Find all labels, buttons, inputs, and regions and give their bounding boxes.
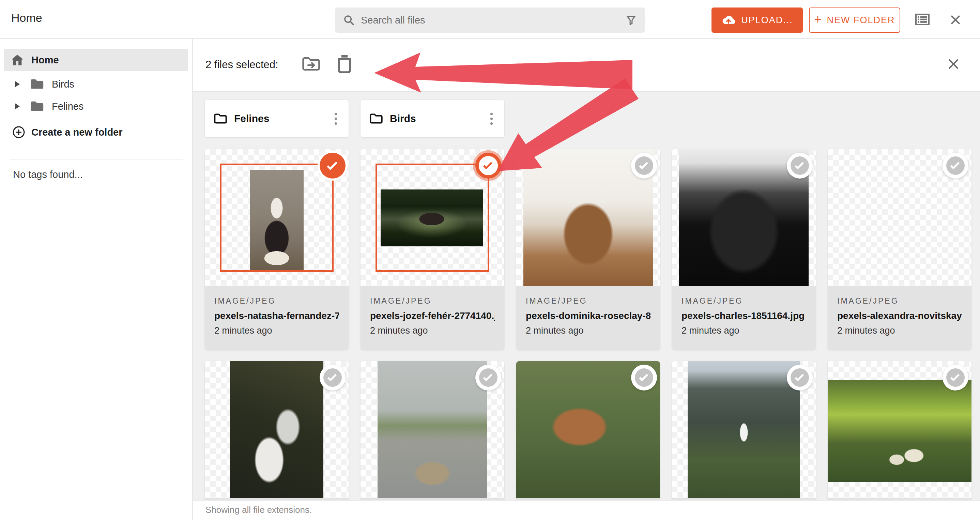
top-bar: Home UPLOAD... + NEW FOLDER [0, 0, 980, 39]
folder-card-name: Felines [234, 113, 269, 124]
sidebar-home-label: Home [31, 54, 59, 66]
file-card[interactable] [672, 361, 816, 500]
file-card[interactable] [205, 361, 348, 500]
file-thumbnail [672, 149, 816, 286]
photo-lambs [828, 380, 972, 482]
media-library-window: Home UPLOAD... + NEW FOLDER [0, 0, 980, 520]
folder-card-felines[interactable]: Felines [205, 100, 348, 137]
close-window-icon[interactable] [949, 14, 962, 27]
search-input[interactable] [361, 15, 625, 26]
file-thumbnail [516, 149, 660, 286]
file-meta: IMAGE/JPEG pexels-natasha-fernandez-733.… [205, 286, 348, 350]
file-thumbnail [672, 361, 816, 498]
sidebar-birds-label: Birds [52, 79, 74, 90]
no-tags-text: No tags found... [13, 169, 83, 180]
selection-outline [220, 164, 334, 272]
file-time: 2 minutes ago [370, 325, 495, 336]
search-icon [343, 14, 355, 26]
move-to-folder-button[interactable] [301, 55, 321, 74]
file-card[interactable]: IMAGE/JPEG pexels-dominika-roseclay-8952… [516, 149, 660, 350]
unselected-check-icon[interactable] [787, 153, 813, 178]
file-card[interactable]: IMAGE/JPEG pexels-alexandra-novitskaya-2… [828, 149, 972, 350]
folder-card-name: Birds [390, 113, 416, 124]
clear-selection-icon[interactable] [947, 57, 960, 72]
sidebar-item-home[interactable]: Home [4, 49, 188, 71]
unselected-check-icon[interactable] [942, 365, 969, 391]
list-view-toggle-button[interactable] [915, 14, 929, 26]
file-thumbnail [828, 149, 972, 286]
photo-geese [377, 361, 487, 498]
selected-check-icon[interactable] [320, 153, 345, 178]
folder-outline-icon [369, 113, 383, 125]
unselected-check-icon[interactable] [631, 153, 657, 178]
sidebar-item-felines[interactable]: Felines [4, 97, 188, 116]
folder-outline-icon [214, 113, 227, 125]
file-thumbnail [205, 361, 348, 498]
folder-icon [30, 78, 44, 90]
new-folder-button-label: NEW FOLDER [827, 15, 895, 25]
file-type-label: IMAGE/JPEG [370, 296, 495, 306]
folder-icon [30, 100, 44, 112]
file-meta: IMAGE/JPEG pexels-dominika-roseclay-8952… [516, 286, 660, 350]
file-thumbnail [361, 149, 504, 286]
file-type-label: IMAGE/JPEG [526, 296, 651, 306]
circle-plus-icon [12, 126, 25, 139]
filter-funnel-icon[interactable] [625, 14, 637, 26]
unselected-check-icon[interactable] [787, 365, 813, 391]
file-card[interactable] [361, 361, 504, 500]
file-type-label: IMAGE/JPEG [681, 296, 806, 306]
file-time: 2 minutes ago [837, 325, 962, 336]
file-meta: IMAGE/JPEG pexels-alexandra-novitskaya-2… [828, 286, 972, 350]
file-time: 2 minutes ago [526, 325, 651, 336]
unselected-check-icon[interactable] [320, 365, 345, 391]
file-type-label: IMAGE/JPEG [837, 296, 962, 306]
file-name: pexels-jozef-fehér-2774140.jpg [370, 310, 495, 321]
file-thumbnail [828, 361, 972, 498]
sidebar: Home Birds Felines Create a new folder N… [0, 39, 193, 520]
trash-icon [335, 54, 354, 73]
file-name: pexels-natasha-fernandez-733... [214, 310, 339, 321]
status-text: Showing all file extensions. [205, 505, 312, 515]
file-grid: Felines Birds IMAGE/JPEG pexe [193, 92, 980, 500]
chevron-right-icon[interactable] [15, 103, 20, 110]
file-meta: IMAGE/JPEG pexels-jozef-fehér-2774140.jp… [361, 286, 504, 350]
file-card[interactable] [516, 361, 660, 500]
file-name: pexels-charles-1851164.jpg [681, 310, 806, 321]
file-name: pexels-dominika-roseclay-8952... [526, 310, 651, 321]
selected-check-icon[interactable] [475, 153, 501, 178]
file-type-label: IMAGE/JPEG [214, 296, 339, 306]
folder-menu-kebab-icon[interactable] [332, 110, 340, 127]
create-new-folder-label: Create a new folder [31, 127, 123, 138]
file-time: 2 minutes ago [681, 325, 806, 336]
plus-icon: + [814, 12, 822, 27]
unselected-check-icon[interactable] [631, 365, 657, 391]
file-meta: IMAGE/JPEG pexels-charles-1851164.jpg 2 … [672, 286, 816, 350]
unselected-check-icon[interactable] [942, 153, 969, 178]
unselected-check-icon[interactable] [475, 365, 501, 391]
selection-count-text: 2 files selected: [205, 59, 278, 71]
file-thumbnail [361, 361, 504, 498]
cloud-upload-icon [721, 15, 736, 25]
upload-button[interactable]: UPLOAD... [711, 8, 803, 33]
new-folder-button[interactable]: + NEW FOLDER [809, 8, 900, 33]
move-to-folder-icon [301, 55, 321, 73]
selection-outline [375, 164, 489, 272]
delete-selected-button[interactable] [335, 54, 354, 75]
create-new-folder-button[interactable]: Create a new folder [4, 122, 188, 142]
file-name: pexels-alexandra-novitskaya-2... [837, 310, 962, 321]
folder-menu-kebab-icon[interactable] [488, 110, 495, 127]
search-bar [335, 8, 645, 33]
chevron-right-icon[interactable] [15, 81, 20, 87]
sidebar-divider [10, 159, 183, 159]
file-card[interactable] [828, 361, 972, 500]
page-title: Home [11, 11, 42, 24]
file-card[interactable]: IMAGE/JPEG pexels-natasha-fernandez-733.… [205, 149, 348, 350]
folder-card-birds[interactable]: Birds [361, 100, 504, 137]
file-card[interactable]: IMAGE/JPEG pexels-jozef-fehér-2774140.jp… [361, 149, 504, 350]
file-thumbnail [205, 149, 348, 286]
file-card[interactable]: IMAGE/JPEG pexels-charles-1851164.jpg 2 … [672, 149, 816, 350]
photo-dog-green-wig [843, 149, 956, 286]
sidebar-item-birds[interactable]: Birds [4, 75, 188, 93]
status-bar: Showing all file extensions. [193, 500, 980, 520]
file-thumbnail [516, 361, 660, 498]
